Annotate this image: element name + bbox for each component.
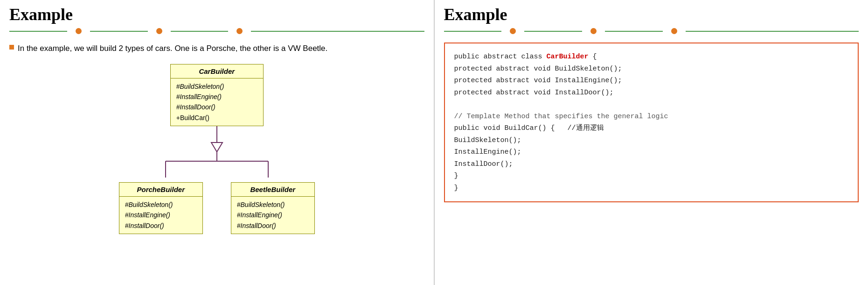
code-line-3: protected abstract void InstallEngine(); xyxy=(454,75,849,87)
timeline-dot-2 xyxy=(156,28,162,34)
timeline-line-left xyxy=(9,31,67,32)
uml-beetle-body: #BuildSkeleton() #InstallEngine() #Insta… xyxy=(231,197,314,234)
uml-porche-branch: PorcheBuilder #BuildSkeleton() #InstallE… xyxy=(119,182,203,234)
code-line-2: protected abstract void BuildSkeleton(); xyxy=(454,63,849,75)
timeline-line-right xyxy=(251,31,424,32)
uml-porche: PorcheBuilder #BuildSkeleton() #InstallE… xyxy=(119,182,203,234)
code-line-1: public abstract class CarBuilder { xyxy=(454,51,849,63)
uml-connector-svg xyxy=(128,126,306,182)
beetle-method-2: #InstallEngine() xyxy=(237,210,309,220)
svg-marker-1 xyxy=(211,142,222,152)
bullet-item: In the example, we will build 2 types of… xyxy=(9,43,424,55)
right-timeline-line-right xyxy=(686,31,859,32)
uml-method-2: #InstallEngine() xyxy=(176,92,257,102)
uml-beetle: BeetleBuilder #BuildSkeleton() #InstallE… xyxy=(231,182,315,234)
porche-method-1: #BuildSkeleton() xyxy=(125,200,197,210)
uml-porche-name: PorcheBuilder xyxy=(137,185,185,193)
uml-carbuilder: CarBuilder #BuildSkeleton() #InstallEngi… xyxy=(170,64,264,127)
uml-carbuilder-name: CarBuilder xyxy=(199,67,235,75)
left-timeline xyxy=(9,28,424,34)
uml-diagram: CarBuilder #BuildSkeleton() #InstallEngi… xyxy=(9,64,424,235)
timeline-line-mid2 xyxy=(171,31,229,32)
uml-beetle-header: BeetleBuilder xyxy=(231,183,314,197)
uml-children: PorcheBuilder #BuildSkeleton() #InstallE… xyxy=(119,182,315,234)
uml-porche-header: PorcheBuilder xyxy=(119,183,202,197)
uml-method-3: #InstallDoor() xyxy=(176,102,257,112)
porche-method-3: #InstallDoor() xyxy=(125,221,197,231)
code-brace-open: { xyxy=(589,53,597,61)
code-classname: CarBuilder xyxy=(547,53,589,61)
bullet-icon xyxy=(9,45,14,50)
uml-method-1: #BuildSkeleton() xyxy=(176,81,257,92)
code-line-12: } xyxy=(454,182,849,194)
uml-method-4: +BuildCar() xyxy=(176,113,257,123)
beetle-method-3: #InstallDoor() xyxy=(237,221,309,231)
beetle-method-1: #BuildSkeleton() xyxy=(237,200,309,210)
uml-carbuilder-header: CarBuilder xyxy=(171,64,263,78)
right-panel: Example public abstract class CarBuilder… xyxy=(434,0,868,285)
right-timeline-line-mid2 xyxy=(605,31,663,32)
right-timeline xyxy=(444,28,859,34)
left-panel: Example In the example, we will build 2 … xyxy=(0,0,434,285)
left-title: Example xyxy=(9,5,424,24)
bullet-text-content: In the example, we will build 2 types of… xyxy=(18,43,327,55)
code-line-10: InstallDoor(); xyxy=(454,158,849,171)
timeline-dot-1 xyxy=(76,28,82,34)
right-timeline-dot-3 xyxy=(671,28,677,34)
uml-beetle-name: BeetleBuilder xyxy=(250,185,295,193)
code-line-5 xyxy=(454,99,849,111)
code-line-9: InstallEngine(); xyxy=(454,146,849,158)
code-line-8: BuildSkeleton(); xyxy=(454,135,849,147)
right-timeline-line-left xyxy=(444,31,502,32)
timeline-dot-3 xyxy=(236,28,243,34)
porche-method-2: #InstallEngine() xyxy=(125,210,197,220)
right-timeline-dot-2 xyxy=(590,28,597,34)
code-line-11: } xyxy=(454,170,849,182)
uml-porche-body: #BuildSkeleton() #InstallEngine() #Insta… xyxy=(119,197,202,234)
right-timeline-line-mid1 xyxy=(524,31,582,32)
uml-beetle-branch: BeetleBuilder #BuildSkeleton() #InstallE… xyxy=(231,182,315,234)
right-title: Example xyxy=(444,5,859,24)
uml-carbuilder-body: #BuildSkeleton() #InstallEngine() #Insta… xyxy=(171,78,263,126)
code-line-7: public void BuildCar() { //通用逻辑 xyxy=(454,122,849,135)
code-comment-line: // Template Method that specifies the ge… xyxy=(454,111,849,123)
code-line-4: protected abstract void InstallDoor(); xyxy=(454,87,849,99)
right-timeline-dot-1 xyxy=(510,28,516,34)
code-block: public abstract class CarBuilder { prote… xyxy=(444,43,859,202)
code-public: public abstract class xyxy=(454,53,547,61)
timeline-line-mid1 xyxy=(90,31,148,32)
